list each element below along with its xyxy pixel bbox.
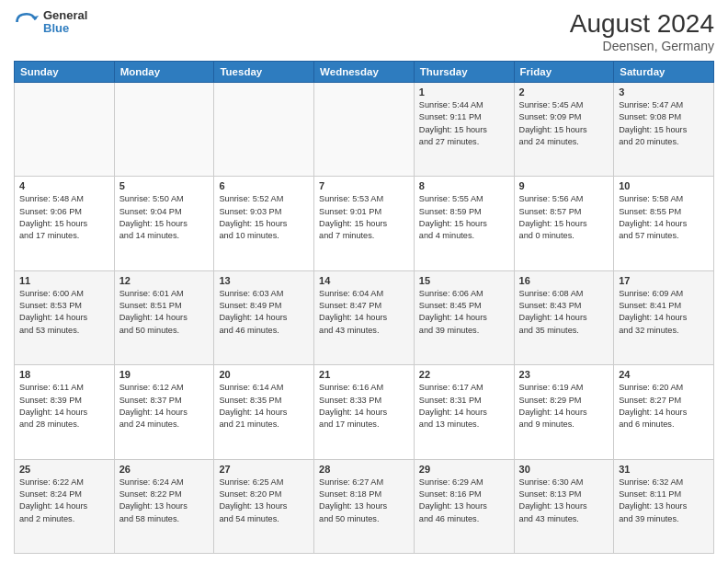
day-number: 4: [19, 180, 109, 191]
calendar-subtitle: Deensen, Germany: [570, 39, 714, 53]
day-number: 6: [219, 180, 309, 191]
day-info: Sunrise: 5:55 AM Sunset: 8:59 PM Dayligh…: [419, 193, 509, 242]
day-number: 20: [219, 369, 309, 380]
day-info: Sunrise: 6:03 AM Sunset: 8:49 PM Dayligh…: [219, 288, 309, 337]
calendar-cell: 14Sunrise: 6:04 AM Sunset: 8:47 PM Dayli…: [314, 270, 415, 364]
column-header-tuesday: Tuesday: [214, 62, 314, 83]
calendar-cell: 13Sunrise: 6:03 AM Sunset: 8:49 PM Dayli…: [214, 270, 314, 364]
day-info: Sunrise: 6:27 AM Sunset: 8:18 PM Dayligh…: [319, 477, 409, 525]
column-header-saturday: Saturday: [614, 62, 714, 83]
calendar-cell: 29Sunrise: 6:29 AM Sunset: 8:16 PM Dayli…: [414, 459, 514, 553]
calendar-cell: [15, 83, 115, 177]
calendar-cell: 23Sunrise: 6:19 AM Sunset: 8:29 PM Dayli…: [514, 365, 614, 459]
day-number: 25: [19, 464, 109, 475]
calendar-cell: 4Sunrise: 5:48 AM Sunset: 9:06 PM Daylig…: [15, 177, 115, 270]
day-info: Sunrise: 5:47 AM Sunset: 9:08 PM Dayligh…: [619, 99, 709, 148]
calendar-cell: 12Sunrise: 6:01 AM Sunset: 8:51 PM Dayli…: [114, 270, 214, 364]
calendar-table: SundayMondayTuesdayWednesdayThursdayFrid…: [14, 61, 714, 554]
column-header-thursday: Thursday: [414, 62, 514, 83]
day-info: Sunrise: 6:09 AM Sunset: 8:41 PM Dayligh…: [619, 288, 709, 337]
calendar-cell: 24Sunrise: 6:20 AM Sunset: 8:27 PM Dayli…: [614, 365, 714, 459]
column-header-monday: Monday: [114, 62, 214, 83]
day-number: 31: [619, 464, 709, 475]
day-number: 3: [619, 86, 709, 98]
calendar-week-row: 1Sunrise: 5:44 AM Sunset: 9:11 PM Daylig…: [15, 83, 714, 177]
calendar-title: August 2024: [570, 9, 714, 39]
day-number: 21: [319, 369, 409, 380]
calendar-cell: 5Sunrise: 5:50 AM Sunset: 9:04 PM Daylig…: [114, 177, 214, 270]
day-info: Sunrise: 6:32 AM Sunset: 8:11 PM Dayligh…: [619, 477, 709, 525]
day-number: 9: [519, 180, 609, 191]
day-number: 8: [419, 180, 509, 191]
logo-line1: General: [43, 9, 87, 22]
day-info: Sunrise: 6:11 AM Sunset: 8:39 PM Dayligh…: [19, 382, 109, 431]
day-info: Sunrise: 6:16 AM Sunset: 8:33 PM Dayligh…: [319, 382, 409, 431]
day-number: 7: [319, 180, 409, 191]
day-number: 5: [119, 180, 210, 191]
day-info: Sunrise: 6:20 AM Sunset: 8:27 PM Dayligh…: [619, 382, 709, 431]
day-info: Sunrise: 6:06 AM Sunset: 8:45 PM Dayligh…: [419, 288, 509, 337]
calendar-cell: [214, 83, 314, 177]
day-info: Sunrise: 5:50 AM Sunset: 9:04 PM Dayligh…: [119, 193, 210, 242]
calendar-week-row: 11Sunrise: 6:00 AM Sunset: 8:53 PM Dayli…: [15, 270, 714, 364]
day-info: Sunrise: 6:17 AM Sunset: 8:31 PM Dayligh…: [419, 382, 509, 431]
calendar-cell: 2Sunrise: 5:45 AM Sunset: 9:09 PM Daylig…: [514, 83, 614, 177]
calendar-cell: 17Sunrise: 6:09 AM Sunset: 8:41 PM Dayli…: [614, 270, 714, 364]
day-number: 12: [119, 275, 210, 286]
day-info: Sunrise: 6:19 AM Sunset: 8:29 PM Dayligh…: [519, 382, 609, 431]
calendar-week-row: 25Sunrise: 6:22 AM Sunset: 8:24 PM Dayli…: [15, 459, 714, 553]
day-info: Sunrise: 6:08 AM Sunset: 8:43 PM Dayligh…: [519, 288, 609, 337]
calendar-cell: 18Sunrise: 6:11 AM Sunset: 8:39 PM Dayli…: [15, 365, 115, 459]
day-info: Sunrise: 6:24 AM Sunset: 8:22 PM Dayligh…: [119, 477, 210, 525]
day-number: 1: [419, 86, 509, 98]
day-info: Sunrise: 5:56 AM Sunset: 8:57 PM Dayligh…: [519, 193, 609, 242]
day-number: 17: [619, 275, 709, 286]
day-number: 14: [319, 275, 409, 286]
calendar-cell: [314, 83, 415, 177]
day-info: Sunrise: 6:00 AM Sunset: 8:53 PM Dayligh…: [19, 288, 109, 337]
calendar-week-row: 18Sunrise: 6:11 AM Sunset: 8:39 PM Dayli…: [15, 365, 714, 459]
day-info: Sunrise: 6:22 AM Sunset: 8:24 PM Dayligh…: [19, 477, 109, 525]
day-info: Sunrise: 6:01 AM Sunset: 8:51 PM Dayligh…: [119, 288, 210, 337]
day-number: 19: [119, 369, 210, 380]
header: General Blue August 2024 Deensen, German…: [14, 9, 714, 53]
day-info: Sunrise: 6:12 AM Sunset: 8:37 PM Dayligh…: [119, 382, 210, 431]
column-header-friday: Friday: [514, 62, 614, 83]
day-number: 2: [519, 86, 609, 98]
calendar-cell: 11Sunrise: 6:00 AM Sunset: 8:53 PM Dayli…: [15, 270, 115, 364]
day-number: 11: [19, 275, 109, 286]
calendar-cell: 10Sunrise: 5:58 AM Sunset: 8:55 PM Dayli…: [614, 177, 714, 270]
calendar-cell: 8Sunrise: 5:55 AM Sunset: 8:59 PM Daylig…: [414, 177, 514, 270]
day-info: Sunrise: 6:25 AM Sunset: 8:20 PM Dayligh…: [219, 477, 309, 525]
day-number: 23: [519, 369, 609, 380]
calendar-cell: 9Sunrise: 5:56 AM Sunset: 8:57 PM Daylig…: [514, 177, 614, 270]
day-info: Sunrise: 5:45 AM Sunset: 9:09 PM Dayligh…: [519, 99, 609, 148]
day-number: 18: [19, 369, 109, 380]
calendar-cell: 28Sunrise: 6:27 AM Sunset: 8:18 PM Dayli…: [314, 459, 415, 553]
calendar-cell: 16Sunrise: 6:08 AM Sunset: 8:43 PM Dayli…: [514, 270, 614, 364]
calendar-cell: 25Sunrise: 6:22 AM Sunset: 8:24 PM Dayli…: [15, 459, 115, 553]
calendar-cell: 20Sunrise: 6:14 AM Sunset: 8:35 PM Dayli…: [214, 365, 314, 459]
page: General Blue August 2024 Deensen, German…: [0, 0, 728, 563]
day-info: Sunrise: 5:44 AM Sunset: 9:11 PM Dayligh…: [419, 99, 509, 148]
calendar-cell: [114, 83, 214, 177]
calendar-cell: 15Sunrise: 6:06 AM Sunset: 8:45 PM Dayli…: [414, 270, 514, 364]
day-number: 24: [619, 369, 709, 380]
calendar-cell: 6Sunrise: 5:52 AM Sunset: 9:03 PM Daylig…: [214, 177, 314, 270]
day-info: Sunrise: 6:29 AM Sunset: 8:16 PM Dayligh…: [419, 477, 509, 525]
day-info: Sunrise: 5:52 AM Sunset: 9:03 PM Dayligh…: [219, 193, 309, 242]
title-section: August 2024 Deensen, Germany: [570, 9, 714, 53]
calendar-cell: 27Sunrise: 6:25 AM Sunset: 8:20 PM Dayli…: [214, 459, 314, 553]
calendar-cell: 22Sunrise: 6:17 AM Sunset: 8:31 PM Dayli…: [414, 365, 514, 459]
day-info: Sunrise: 5:53 AM Sunset: 9:01 PM Dayligh…: [319, 193, 409, 242]
day-number: 22: [419, 369, 509, 380]
day-number: 26: [119, 464, 210, 475]
calendar-cell: 21Sunrise: 6:16 AM Sunset: 8:33 PM Dayli…: [314, 365, 415, 459]
day-info: Sunrise: 6:14 AM Sunset: 8:35 PM Dayligh…: [219, 382, 309, 431]
calendar-week-row: 4Sunrise: 5:48 AM Sunset: 9:06 PM Daylig…: [15, 177, 714, 270]
day-number: 10: [619, 180, 709, 191]
day-info: Sunrise: 5:58 AM Sunset: 8:55 PM Dayligh…: [619, 193, 709, 242]
day-number: 16: [519, 275, 609, 286]
calendar-cell: 30Sunrise: 6:30 AM Sunset: 8:13 PM Dayli…: [514, 459, 614, 553]
calendar-cell: 26Sunrise: 6:24 AM Sunset: 8:22 PM Dayli…: [114, 459, 214, 553]
